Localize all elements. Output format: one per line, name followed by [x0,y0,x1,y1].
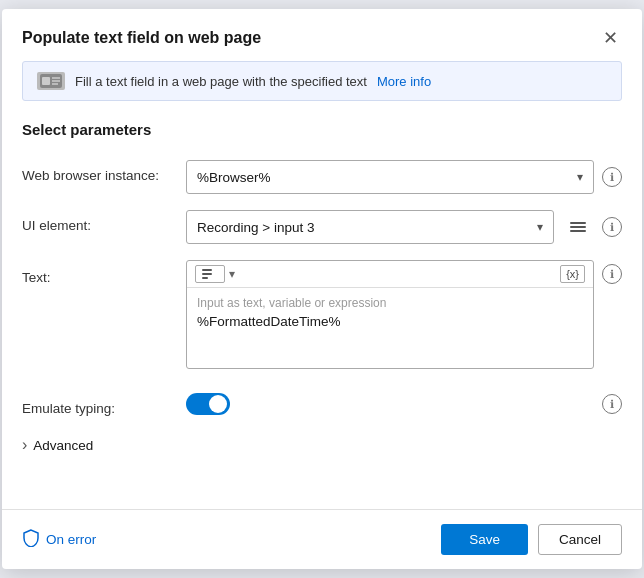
text-area-content[interactable]: Input as text, variable or expression %F… [187,288,593,368]
text-value: %FormattedDateTime% [197,314,583,329]
emulate-toggle-wrapper [186,393,230,415]
ui-element-info-icon[interactable]: ℹ [602,217,622,237]
browser-control: %Browser% ▾ ℹ [186,160,622,194]
browser-value: %Browser% [197,170,271,185]
advanced-row[interactable]: › Advanced [2,424,642,466]
more-info-link[interactable]: More info [377,74,431,89]
ui-element-dropdown[interactable]: Recording > input 3 ▾ [186,210,554,244]
dialog: Populate text field on web page ✕ Fill a… [2,9,642,569]
svg-rect-1 [42,77,50,85]
banner-icon [37,72,65,90]
ui-element-label: UI element: [22,210,170,233]
text-control: ▾ {x} Input as text, variable or express… [186,260,622,369]
ui-element-value: Recording > input 3 [197,220,314,235]
section-title: Select parameters [2,117,642,152]
text-label: Text: [22,260,170,285]
svg-rect-5 [202,269,212,271]
toggle-thumb [209,395,227,413]
text-row: Text: ▾ {x} Input as text, variable or [2,252,642,377]
ui-element-control: Recording > input 3 ▾ ℹ [186,210,622,244]
curly-braces-button[interactable]: {x} [560,265,585,283]
on-error-button[interactable]: On error [22,529,96,551]
emulate-info-icon[interactable]: ℹ [602,394,622,414]
shield-icon [22,529,40,551]
save-button[interactable]: Save [441,524,528,555]
layers-icon [566,218,590,236]
emulate-label: Emulate typing: [22,393,170,416]
advanced-chevron: › [22,436,27,454]
layers-button[interactable] [562,214,594,240]
dialog-title: Populate text field on web page [22,29,261,47]
banner-text: Fill a text field in a web page with the… [75,74,367,89]
advanced-label: Advanced [33,438,93,453]
browser-row: Web browser instance: %Browser% ▾ ℹ [2,152,642,202]
browser-label: Web browser instance: [22,160,170,183]
dialog-footer: On error Save Cancel [2,509,642,569]
text-format-button[interactable] [195,265,225,283]
dialog-header: Populate text field on web page ✕ [2,9,642,61]
text-area-toolbar: ▾ {x} [187,261,593,288]
footer-buttons: Save Cancel [441,524,622,555]
cancel-button[interactable]: Cancel [538,524,622,555]
browser-dropdown[interactable]: %Browser% ▾ [186,160,594,194]
info-banner: Fill a text field in a web page with the… [22,61,622,101]
on-error-label: On error [46,532,96,547]
browser-dropdown-arrow: ▾ [577,170,583,184]
emulate-toggle[interactable] [186,393,230,415]
svg-rect-6 [202,273,212,275]
dropdown-small-arrow: ▾ [229,267,235,281]
close-button[interactable]: ✕ [599,27,622,49]
emulate-control: ℹ [186,393,622,415]
browser-info-icon[interactable]: ℹ [602,167,622,187]
svg-rect-7 [202,277,208,279]
text-info-icon[interactable]: ℹ [602,264,622,284]
ui-element-row: UI element: Recording > input 3 ▾ ℹ [2,202,642,252]
ui-element-dropdown-arrow: ▾ [537,220,543,234]
text-area-wrapper: ▾ {x} Input as text, variable or express… [186,260,594,369]
text-placeholder: Input as text, variable or expression [197,296,583,310]
emulate-row: Emulate typing: ℹ [2,385,642,424]
